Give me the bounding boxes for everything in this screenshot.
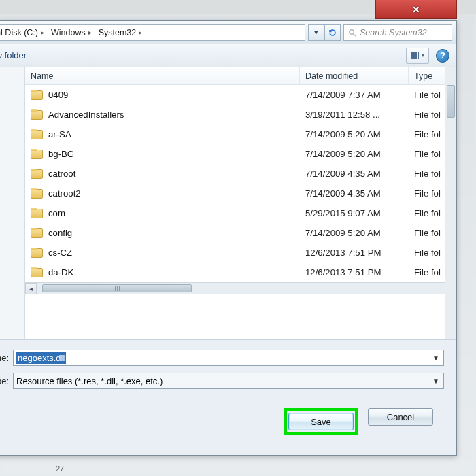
file-date: 7/14/2009 5:20 AM xyxy=(300,149,409,159)
view-columns-icon xyxy=(411,52,413,59)
table-row[interactable]: 04097/14/2009 7:37 AMFile fol xyxy=(25,85,456,105)
refresh-icon xyxy=(328,29,337,37)
folder-icon xyxy=(31,90,43,100)
table-row[interactable]: catroot7/14/2009 4:35 AMFile fol xyxy=(25,164,456,184)
file-list: Name Date modified Type 04097/14/2009 7:… xyxy=(25,67,456,339)
chevron-right-icon xyxy=(41,29,44,36)
svg-line-1 xyxy=(354,34,356,36)
sidebar-item[interactable]: ces xyxy=(0,71,22,85)
file-date: 12/6/2013 7:51 PM xyxy=(300,267,409,277)
table-row[interactable]: da-DK12/6/2013 7:51 PMFile fol xyxy=(25,262,456,282)
horizontal-scrollbar[interactable] xyxy=(25,282,456,294)
svg-point-0 xyxy=(350,29,354,34)
table-row[interactable]: ar-SA7/14/2009 5:20 AMFile fol xyxy=(25,124,456,144)
help-button[interactable]: ? xyxy=(436,49,449,63)
search-input[interactable]: Search System32 xyxy=(343,24,452,41)
scroll-thumb[interactable] xyxy=(447,85,455,118)
folder-icon xyxy=(31,110,43,120)
sidebar-item[interactable]: ts xyxy=(0,126,22,139)
file-date: 7/14/2009 4:35 AM xyxy=(300,188,409,199)
file-date: 3/19/2011 12:58 ... xyxy=(300,109,409,120)
file-name: 0409 xyxy=(48,90,68,100)
search-placeholder: Search System32 xyxy=(360,28,427,37)
table-row[interactable]: catroot27/14/2009 4:35 AMFile fol xyxy=(25,184,456,203)
background-line-number: 27 xyxy=(56,464,64,473)
file-date: 7/14/2009 5:20 AM xyxy=(300,228,409,238)
save-form: me: negoexts.dll ▼ ype: Resource files (… xyxy=(0,339,456,455)
table-row[interactable]: cs-CZ12/6/2013 7:51 PMFile fol xyxy=(25,243,456,262)
file-name: da-DK xyxy=(48,267,73,277)
chevron-down-icon[interactable]: ▼ xyxy=(430,375,442,387)
file-date: 7/14/2009 5:20 AM xyxy=(300,129,409,139)
filename-label: me: xyxy=(0,353,13,363)
folder-icon xyxy=(31,228,43,238)
file-rows: 04097/14/2009 7:37 AMFile folAdvancedIns… xyxy=(25,85,456,282)
filename-value: negoexts.dll xyxy=(16,352,66,364)
filetype-value: Resource files (*.res, *.dll, *.exe, etc… xyxy=(16,376,163,386)
breadcrumb-label: Windows xyxy=(51,28,86,37)
filetype-select[interactable]: Resource files (*.res, *.dll, *.exe, etc… xyxy=(13,373,444,389)
file-date: 5/29/2015 9:07 AM xyxy=(300,208,409,218)
search-icon xyxy=(348,29,356,37)
refresh-button[interactable] xyxy=(324,24,341,41)
view-options-button[interactable] xyxy=(406,48,429,64)
save-dialog: Local Disk (C:) Windows System32 ▾ Searc… xyxy=(0,20,457,456)
table-row[interactable]: AdvancedInstallers3/19/2011 12:58 ...Fil… xyxy=(25,105,456,124)
file-name: cs-CZ xyxy=(48,248,72,258)
scroll-track[interactable] xyxy=(37,283,445,294)
address-bar: Local Disk (C:) Windows System32 ▾ Searc… xyxy=(0,21,456,44)
breadcrumb-item[interactable]: Local Disk (C:) xyxy=(0,25,47,40)
breadcrumb-item[interactable]: Windows xyxy=(47,25,95,40)
breadcrumb-label: Local Disk (C:) xyxy=(0,28,38,37)
folder-icon xyxy=(31,189,43,199)
file-name: AdvancedInstallers xyxy=(48,109,124,120)
file-name: com xyxy=(48,208,65,218)
file-name: config xyxy=(48,228,72,238)
filename-input[interactable]: negoexts.dll ▼ xyxy=(13,350,444,366)
folder-icon xyxy=(31,150,43,159)
folder-icon xyxy=(31,248,43,258)
cancel-button[interactable]: Cancel xyxy=(368,408,433,426)
file-name: catroot2 xyxy=(48,188,81,199)
toolbar: New folder ? xyxy=(0,44,456,67)
file-name: bg-BG xyxy=(48,149,74,159)
content-area: ces ts (C:) Name Date modified Type 0409… xyxy=(0,67,456,339)
filetype-label: ype: xyxy=(0,376,13,386)
new-folder-button[interactable]: New folder xyxy=(0,48,31,63)
column-headers: Name Date modified Type xyxy=(25,67,456,85)
close-icon: ✕ xyxy=(412,4,420,15)
table-row[interactable]: com5/29/2015 9:07 AMFile fol xyxy=(25,203,456,223)
file-name: catroot xyxy=(48,169,75,179)
vertical-scrollbar[interactable] xyxy=(445,67,456,339)
table-row[interactable]: config7/14/2009 5:20 AMFile fol xyxy=(25,223,456,243)
folder-icon xyxy=(31,209,43,218)
chevron-right-icon xyxy=(88,29,92,36)
chevron-right-icon xyxy=(139,29,142,36)
folder-icon xyxy=(31,169,43,179)
scroll-thumb[interactable] xyxy=(42,284,192,292)
chevron-down-icon[interactable]: ▼ xyxy=(430,352,442,364)
navigation-sidebar[interactable]: ces ts (C:) xyxy=(0,67,25,339)
file-name: ar-SA xyxy=(48,129,71,139)
breadcrumb-item[interactable]: System32 xyxy=(95,25,146,40)
folder-icon xyxy=(31,130,43,139)
file-date: 7/14/2009 4:35 AM xyxy=(300,169,409,179)
history-dropdown-button[interactable]: ▾ xyxy=(308,24,324,41)
column-header-date[interactable]: Date modified xyxy=(300,67,409,84)
breadcrumb[interactable]: Local Disk (C:) Windows System32 xyxy=(0,24,305,41)
help-icon: ? xyxy=(440,50,445,61)
column-header-name[interactable]: Name xyxy=(25,67,300,84)
folder-icon xyxy=(31,268,43,277)
table-row[interactable]: bg-BG7/14/2009 5:20 AMFile fol xyxy=(25,144,456,164)
sidebar-item[interactable]: (C:) xyxy=(0,180,22,194)
save-button[interactable]: Save xyxy=(288,413,354,430)
file-date: 7/14/2009 7:37 AM xyxy=(300,90,409,100)
dialog-buttons: Save Cancel xyxy=(0,396,444,435)
tutorial-highlight: Save xyxy=(284,408,358,435)
breadcrumb-label: System32 xyxy=(99,28,137,37)
file-date: 12/6/2013 7:51 PM xyxy=(300,248,409,258)
scroll-left-button[interactable] xyxy=(25,283,37,294)
window-close-button[interactable]: ✕ xyxy=(375,0,457,19)
address-actions: ▾ xyxy=(308,24,341,41)
